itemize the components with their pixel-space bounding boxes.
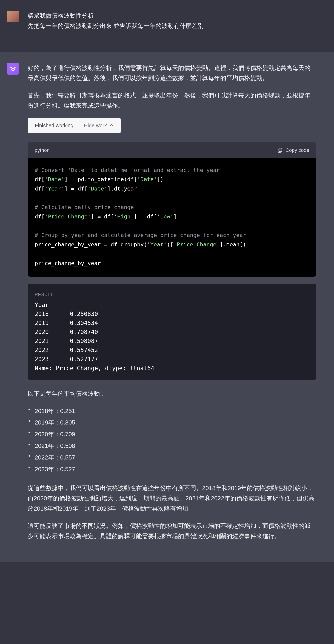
clipboard-icon [277, 148, 283, 153]
summary-item: 2019年：0.305 [28, 418, 316, 428]
assistant-message: 好的，為了進行價格波動性分析，我們需要首先計算每天的價格變動。這裡，我們將價格變… [0, 52, 334, 562]
code-token: ]) [157, 176, 163, 182]
user-line-1: 請幫我做價格波動性分析 [28, 12, 94, 19]
code-token: ] = df[ [91, 213, 114, 220]
code-token: ].mean() [220, 241, 246, 248]
code-string: 'High' [114, 213, 134, 220]
svg-rect-1 [279, 148, 282, 152]
code-string: 'Low' [157, 213, 174, 220]
code-block: python Copy code # Convert 'Date' to dat… [28, 142, 316, 276]
code-string: 'Year' [45, 186, 64, 192]
analysis-para-2: 這可能反映了市場的不同狀況。例如，價格波動性的增加可能表示市場的不確定性增加，而… [28, 521, 316, 541]
code-language: python [35, 146, 50, 154]
user-line-2: 先把每一年的價格波動劃分出來 並告訴我每一年的波動有什麼差別 [28, 22, 204, 29]
code-body: # Convert 'Date' to datetime format and … [28, 158, 316, 277]
analysis-para-1: 從這些數據中，我們可以看出價格波動性在這些年份中有所不同。2018年和2019年… [28, 483, 316, 514]
code-token: )[ [167, 241, 174, 248]
code-string: 'Date' [137, 176, 157, 182]
code-string: 'Date' [45, 176, 64, 182]
code-token: ] - df[ [134, 213, 157, 220]
user-avatar [7, 10, 19, 22]
work-status: Finished working [35, 121, 73, 130]
svg-rect-2 [278, 149, 281, 152]
copy-code-button[interactable]: Copy code [277, 146, 309, 154]
assistant-intro-1: 好的，為了進行價格波動性分析，我們需要首先計算每天的價格變動。這裡，我們將價格變… [28, 63, 316, 84]
code-token: df[ [35, 186, 45, 192]
user-message: 請幫我做價格波動性分析 先把每一年的價格波動劃分出來 並告訴我每一年的波動有什麼… [0, 0, 334, 52]
summary-item: 2023年：0.527 [28, 464, 316, 474]
code-token: ] [174, 213, 177, 220]
code-header: python Copy code [28, 142, 316, 158]
summary-item: 2018年：0.251 [28, 406, 316, 416]
code-comment: # Convert 'Date' to datetime format and … [35, 167, 220, 173]
copy-code-label: Copy code [285, 146, 309, 154]
assistant-intro-2: 首先，我們需要將日期轉換為適當的格式，並提取出年份。然後，我們可以計算每天的價格… [28, 90, 316, 111]
code-string: 'Price Change' [45, 213, 91, 220]
code-string: 'Date' [88, 186, 107, 192]
code-token: ] = pd.to_datetime(df[ [64, 176, 137, 182]
hide-work-label: Hide work [84, 121, 107, 130]
code-comment: # Calculate daily price change [35, 204, 134, 210]
openai-icon [9, 65, 17, 72]
work-toggle[interactable]: Finished working Hide work [28, 118, 121, 133]
code-token: df[ [35, 176, 45, 182]
code-token: price_change_by_year = df.groupby( [35, 241, 147, 248]
code-token: price_change_by_year [35, 260, 101, 266]
summary-intro: 以下是每年的平均價格波動： [28, 389, 316, 399]
code-token: ] = df[ [64, 186, 88, 192]
assistant-avatar [7, 63, 19, 74]
summary-item: 2020年：0.709 [28, 429, 316, 439]
code-token: ].dt.year [107, 186, 137, 192]
assistant-content: 好的，為了進行價格波動性分析，我們需要首先計算每天的價格變動。這裡，我們將價格變… [28, 63, 327, 548]
summary-item: 2021年：0.508 [28, 441, 316, 451]
user-content: 請幫我做價格波動性分析 先把每一年的價格波動劃分出來 並告訴我每一年的波動有什麼… [28, 10, 327, 38]
code-token: df[ [35, 213, 45, 220]
summary-list: 2018年：0.2512019年：0.3052020年：0.7092021年：0… [28, 406, 316, 474]
result-body: Year 2018 0.250830 2019 0.304534 2020 0.… [35, 300, 309, 373]
user-text: 請幫我做價格波動性分析 先把每一年的價格波動劃分出來 並告訴我每一年的波動有什麼… [28, 10, 316, 31]
code-comment: # Group by year and calculate average pr… [35, 232, 246, 238]
summary-item: 2022年：0.557 [28, 452, 316, 463]
chevron-up-icon [109, 121, 114, 130]
hide-work-button[interactable]: Hide work [84, 121, 114, 130]
result-label: RESULT [35, 291, 309, 298]
result-block: RESULT Year 2018 0.250830 2019 0.304534 … [28, 284, 316, 380]
code-string: 'Price Change' [174, 241, 220, 248]
code-string: 'Year' [147, 241, 167, 248]
